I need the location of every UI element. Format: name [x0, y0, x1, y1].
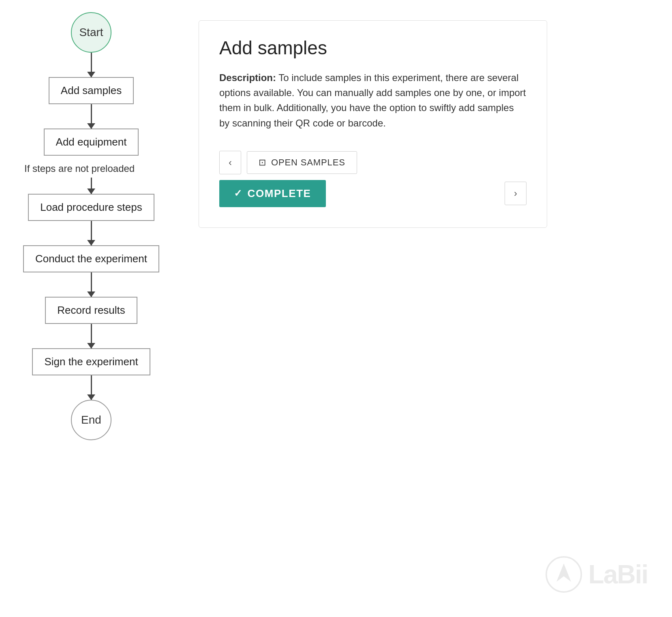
flowchart-panel: Start Add samples Add equipment If steps… — [0, 0, 174, 617]
condition-label: If steps are not preloaded — [24, 163, 135, 174]
next-button[interactable]: › — [505, 182, 526, 205]
start-node[interactable]: Start — [71, 12, 111, 53]
info-panel: Add samples Description: To include samp… — [174, 0, 672, 617]
monitor-icon: ⊡ — [259, 157, 266, 168]
add-samples-label: Add samples — [61, 84, 122, 96]
watermark-text: LaBii — [589, 559, 648, 589]
open-samples-label: OPEN SAMPLES — [271, 157, 345, 168]
record-node[interactable]: Record results — [45, 297, 137, 324]
watermark-icon — [546, 556, 582, 593]
checkmark-icon: ✓ — [234, 188, 243, 199]
action-row-bottom: ✓ COMPLETE › — [219, 180, 526, 207]
action-row-top: ‹ ⊡ OPEN SAMPLES — [219, 151, 526, 174]
arrow-6 — [91, 324, 92, 348]
info-card: Add samples Description: To include samp… — [199, 20, 547, 228]
description-label: Description: — [219, 72, 276, 83]
arrow-2 — [91, 104, 92, 129]
info-card-description: Description: To include samples in this … — [219, 70, 526, 131]
record-label: Record results — [57, 304, 125, 316]
complete-label: COMPLETE — [248, 187, 311, 200]
load-procedure-node[interactable]: Load procedure steps — [28, 194, 154, 221]
open-samples-button[interactable]: ⊡ OPEN SAMPLES — [247, 151, 357, 174]
arrow-5 — [91, 272, 92, 297]
conduct-node[interactable]: Conduct the experiment — [23, 245, 159, 272]
watermark: LaBii — [546, 556, 648, 593]
add-samples-node[interactable]: Add samples — [49, 77, 134, 104]
sign-label: Sign the experiment — [44, 356, 138, 368]
next-icon: › — [514, 188, 517, 199]
flow-container: Start Add samples Add equipment If steps… — [16, 12, 166, 440]
add-equipment-label: Add equipment — [56, 136, 127, 148]
end-node[interactable]: End — [71, 400, 111, 440]
sign-node[interactable]: Sign the experiment — [32, 348, 150, 375]
arrow-7 — [91, 375, 92, 400]
load-procedure-label: Load procedure steps — [40, 201, 142, 213]
complete-button[interactable]: ✓ COMPLETE — [219, 180, 326, 207]
arrow-3 — [91, 178, 92, 194]
info-card-actions: ‹ ⊡ OPEN SAMPLES ✓ COMPLETE › — [219, 151, 526, 207]
conduct-label: Conduct the experiment — [35, 253, 147, 265]
back-icon: ‹ — [229, 157, 232, 168]
end-label: End — [81, 413, 101, 426]
back-button[interactable]: ‹ — [219, 151, 241, 174]
info-card-title: Add samples — [219, 37, 526, 59]
arrow-1 — [91, 53, 92, 77]
arrow-4 — [91, 221, 92, 245]
add-equipment-node[interactable]: Add equipment — [44, 129, 139, 156]
start-label: Start — [79, 26, 103, 39]
